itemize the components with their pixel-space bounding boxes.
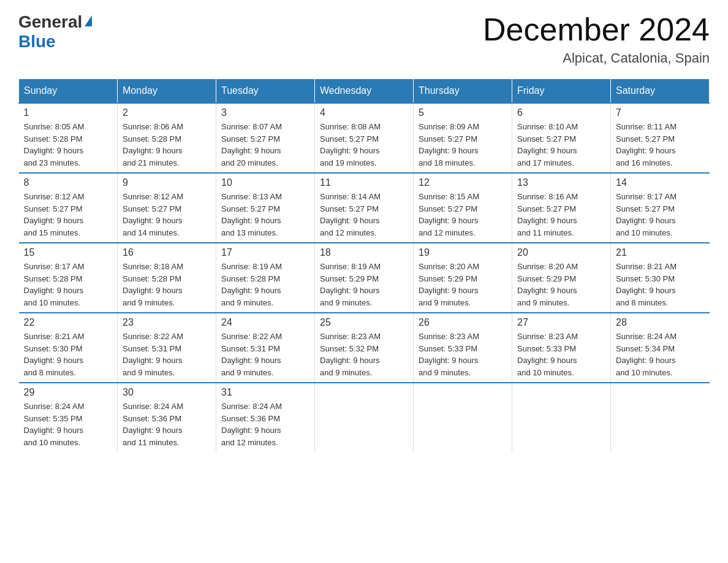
day-number: 4 [320,107,408,118]
day-info: Sunrise: 8:24 AM Sunset: 5:35 PM Dayligh… [24,400,113,448]
day-info: Sunrise: 8:24 AM Sunset: 5:34 PM Dayligh… [616,331,705,378]
day-info: Sunrise: 8:15 AM Sunset: 5:27 PM Dayligh… [419,191,507,239]
col-tuesday: Tuesday [216,79,315,104]
logo: General Blue [18,12,92,52]
day-number: 31 [221,387,309,398]
day-info: Sunrise: 8:06 AM Sunset: 5:28 PM Dayligh… [123,121,211,169]
day-number: 23 [123,317,211,328]
calendar-cell: 6 Sunrise: 8:10 AM Sunset: 5:27 PM Dayli… [512,103,611,173]
day-info: Sunrise: 8:09 AM Sunset: 5:27 PM Dayligh… [419,121,507,169]
logo-arrow-icon [85,15,92,26]
day-info: Sunrise: 8:22 AM Sunset: 5:31 PM Dayligh… [221,331,309,378]
day-info: Sunrise: 8:21 AM Sunset: 5:30 PM Dayligh… [24,331,113,378]
calendar-cell: 16 Sunrise: 8:18 AM Sunset: 5:28 PM Dayl… [118,243,216,313]
month-title: December 2024 [483,12,710,47]
page-header: General Blue December 2024 Alpicat, Cata… [18,12,710,66]
day-number: 11 [320,177,408,188]
calendar-cell: 19 Sunrise: 8:20 AM Sunset: 5:29 PM Dayl… [414,243,512,313]
calendar-cell: 14 Sunrise: 8:17 AM Sunset: 5:27 PM Dayl… [611,173,710,243]
calendar-cell: 17 Sunrise: 8:19 AM Sunset: 5:28 PM Dayl… [216,243,315,313]
calendar-cell [512,383,611,452]
calendar-cell: 30 Sunrise: 8:24 AM Sunset: 5:36 PM Dayl… [118,383,216,452]
day-info: Sunrise: 8:07 AM Sunset: 5:27 PM Dayligh… [221,121,309,169]
calendar-week-row: 8 Sunrise: 8:12 AM Sunset: 5:27 PM Dayli… [19,173,710,243]
day-number: 3 [221,107,309,118]
day-number: 9 [123,177,211,188]
day-number: 22 [24,317,113,328]
day-info: Sunrise: 8:12 AM Sunset: 5:27 PM Dayligh… [24,191,113,239]
calendar-cell: 25 Sunrise: 8:23 AM Sunset: 5:32 PM Dayl… [315,313,414,383]
calendar-week-row: 29 Sunrise: 8:24 AM Sunset: 5:35 PM Dayl… [19,383,710,452]
day-number: 28 [616,317,705,328]
day-number: 1 [24,107,113,118]
calendar-cell: 3 Sunrise: 8:07 AM Sunset: 5:27 PM Dayli… [216,103,315,173]
day-info: Sunrise: 8:05 AM Sunset: 5:28 PM Dayligh… [24,121,113,169]
calendar-cell: 28 Sunrise: 8:24 AM Sunset: 5:34 PM Dayl… [611,313,710,383]
day-info: Sunrise: 8:08 AM Sunset: 5:27 PM Dayligh… [320,121,408,169]
day-info: Sunrise: 8:17 AM Sunset: 5:27 PM Dayligh… [616,191,705,239]
day-number: 15 [24,247,113,258]
day-number: 20 [517,247,605,258]
col-saturday: Saturday [611,79,710,104]
calendar-cell: 5 Sunrise: 8:09 AM Sunset: 5:27 PM Dayli… [414,103,512,173]
calendar-header: Sunday Monday Tuesday Wednesday Thursday… [19,79,710,104]
calendar-cell: 2 Sunrise: 8:06 AM Sunset: 5:28 PM Dayli… [118,103,216,173]
calendar-week-row: 22 Sunrise: 8:21 AM Sunset: 5:30 PM Dayl… [19,313,710,383]
col-wednesday: Wednesday [315,79,414,104]
calendar-cell: 9 Sunrise: 8:12 AM Sunset: 5:27 PM Dayli… [118,173,216,243]
logo-general-text: General [18,12,82,32]
col-thursday: Thursday [414,79,512,104]
calendar-cell [611,383,710,452]
calendar-table: Sunday Monday Tuesday Wednesday Thursday… [18,79,710,452]
col-friday: Friday [512,79,611,104]
day-number: 30 [123,387,211,398]
calendar-cell: 12 Sunrise: 8:15 AM Sunset: 5:27 PM Dayl… [414,173,512,243]
day-info: Sunrise: 8:21 AM Sunset: 5:30 PM Dayligh… [616,261,705,308]
day-number: 25 [320,317,408,328]
calendar-cell: 22 Sunrise: 8:21 AM Sunset: 5:30 PM Dayl… [19,313,118,383]
calendar-week-row: 15 Sunrise: 8:17 AM Sunset: 5:28 PM Dayl… [19,243,710,313]
col-sunday: Sunday [19,79,118,104]
day-number: 8 [24,177,113,188]
day-number: 26 [419,317,507,328]
title-section: December 2024 Alpicat, Catalonia, Spain [483,12,710,66]
col-monday: Monday [118,79,216,104]
day-info: Sunrise: 8:22 AM Sunset: 5:31 PM Dayligh… [123,331,211,378]
day-number: 12 [419,177,507,188]
calendar-cell: 26 Sunrise: 8:23 AM Sunset: 5:33 PM Dayl… [414,313,512,383]
calendar-cell: 21 Sunrise: 8:21 AM Sunset: 5:30 PM Dayl… [611,243,710,313]
day-number: 29 [24,387,113,398]
calendar-cell: 8 Sunrise: 8:12 AM Sunset: 5:27 PM Dayli… [19,173,118,243]
calendar-cell: 20 Sunrise: 8:20 AM Sunset: 5:29 PM Dayl… [512,243,611,313]
day-info: Sunrise: 8:17 AM Sunset: 5:28 PM Dayligh… [24,261,113,308]
calendar-cell: 18 Sunrise: 8:19 AM Sunset: 5:29 PM Dayl… [315,243,414,313]
day-info: Sunrise: 8:11 AM Sunset: 5:27 PM Dayligh… [616,121,705,169]
location-text: Alpicat, Catalonia, Spain [483,50,710,66]
day-info: Sunrise: 8:19 AM Sunset: 5:29 PM Dayligh… [320,261,408,308]
day-number: 21 [616,247,705,258]
day-number: 19 [419,247,507,258]
day-number: 7 [616,107,705,118]
day-info: Sunrise: 8:23 AM Sunset: 5:33 PM Dayligh… [419,331,507,378]
day-number: 18 [320,247,408,258]
day-info: Sunrise: 8:20 AM Sunset: 5:29 PM Dayligh… [419,261,507,308]
day-number: 2 [123,107,211,118]
day-info: Sunrise: 8:23 AM Sunset: 5:33 PM Dayligh… [517,331,605,378]
day-info: Sunrise: 8:13 AM Sunset: 5:27 PM Dayligh… [221,191,309,239]
calendar-cell: 7 Sunrise: 8:11 AM Sunset: 5:27 PM Dayli… [611,103,710,173]
calendar-cell: 31 Sunrise: 8:24 AM Sunset: 5:36 PM Dayl… [216,383,315,452]
calendar-cell: 15 Sunrise: 8:17 AM Sunset: 5:28 PM Dayl… [19,243,118,313]
day-info: Sunrise: 8:24 AM Sunset: 5:36 PM Dayligh… [123,400,211,448]
day-info: Sunrise: 8:14 AM Sunset: 5:27 PM Dayligh… [320,191,408,239]
calendar-cell: 27 Sunrise: 8:23 AM Sunset: 5:33 PM Dayl… [512,313,611,383]
day-info: Sunrise: 8:19 AM Sunset: 5:28 PM Dayligh… [221,261,309,308]
day-info: Sunrise: 8:10 AM Sunset: 5:27 PM Dayligh… [517,121,605,169]
calendar-cell: 10 Sunrise: 8:13 AM Sunset: 5:27 PM Dayl… [216,173,315,243]
day-info: Sunrise: 8:23 AM Sunset: 5:32 PM Dayligh… [320,331,408,378]
calendar-cell: 13 Sunrise: 8:16 AM Sunset: 5:27 PM Dayl… [512,173,611,243]
day-info: Sunrise: 8:12 AM Sunset: 5:27 PM Dayligh… [123,191,211,239]
day-number: 5 [419,107,507,118]
day-info: Sunrise: 8:18 AM Sunset: 5:28 PM Dayligh… [123,261,211,308]
calendar-week-row: 1 Sunrise: 8:05 AM Sunset: 5:28 PM Dayli… [19,103,710,173]
day-number: 16 [123,247,211,258]
